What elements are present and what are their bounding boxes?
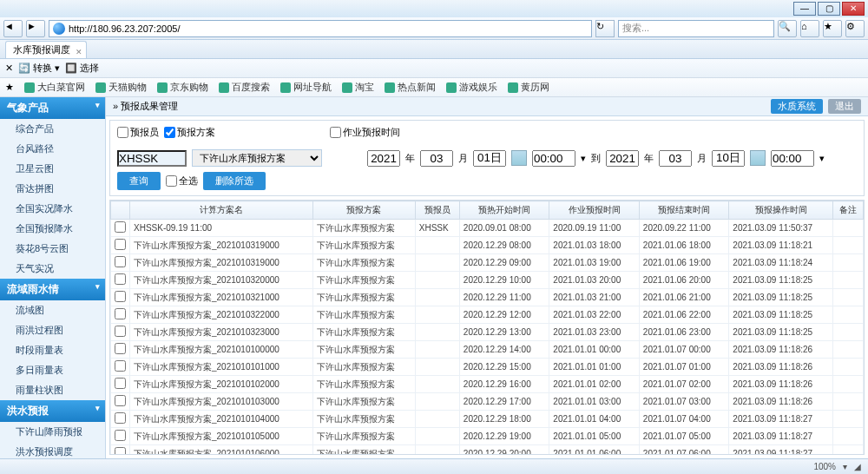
calendar-icon[interactable] bbox=[511, 150, 527, 166]
query-button[interactable]: 查询 bbox=[117, 172, 161, 190]
row-checkbox[interactable] bbox=[115, 239, 126, 250]
row-checkbox[interactable] bbox=[115, 221, 126, 233]
row-checkbox[interactable] bbox=[115, 273, 126, 285]
time-from[interactable] bbox=[532, 150, 575, 167]
table-row[interactable]: 下许山水库预报方案_2021010101000下许山水库预报方案2020.12.… bbox=[111, 359, 864, 376]
table-row[interactable]: XHSSK-09.19 11:00下许山水库预报方案XHSSK2020.09.0… bbox=[111, 220, 864, 237]
sidebar-group-header[interactable]: 流域雨水情 bbox=[0, 279, 105, 300]
row-checkbox[interactable] bbox=[115, 343, 126, 354]
bookmark-item[interactable]: 黄历网 bbox=[508, 81, 549, 94]
window-maximize[interactable]: ▢ bbox=[818, 2, 840, 16]
zoom-dropdown-icon[interactable]: ▾ bbox=[843, 462, 847, 471]
date-to-month[interactable] bbox=[659, 150, 692, 167]
bookmark-item[interactable]: 天猫购物 bbox=[95, 81, 147, 94]
table-row[interactable]: 下许山水库预报方案_2021010319000下许山水库预报方案2020.12.… bbox=[111, 254, 864, 272]
table-row[interactable]: 下许山水库预报方案_2021010100000下许山水库预报方案2020.12.… bbox=[111, 341, 864, 359]
station-select[interactable] bbox=[117, 150, 187, 167]
row-checkbox[interactable] bbox=[115, 360, 126, 372]
row-checkbox[interactable] bbox=[115, 395, 126, 406]
column-header[interactable]: 备注 bbox=[833, 201, 864, 220]
sidebar-item[interactable]: 下许山降雨预报 bbox=[0, 422, 105, 442]
time-to[interactable] bbox=[771, 150, 814, 167]
row-checkbox[interactable] bbox=[115, 256, 126, 267]
scheme-select[interactable]: 下许山水库预报方案 bbox=[192, 149, 322, 167]
column-header[interactable]: 作业预报时间 bbox=[549, 201, 640, 220]
back-button[interactable]: ◄ bbox=[3, 20, 23, 37]
results-grid[interactable]: 计算方案名预报方案预报员预热开始时间作业预报时间预报结束时间预报操作时间备注XH… bbox=[109, 200, 865, 455]
window-close[interactable]: ✕ bbox=[842, 2, 865, 16]
sidebar-item[interactable]: 洪水预报调度 bbox=[0, 442, 105, 458]
scheme-checkbox[interactable]: 预报方案 bbox=[164, 126, 215, 139]
sidebar-item[interactable]: 雷达拼图 bbox=[0, 179, 105, 199]
row-checkbox[interactable] bbox=[115, 291, 126, 302]
table-row[interactable]: 下许山水库预报方案_2021010321000下许山水库预报方案2020.12.… bbox=[111, 289, 864, 306]
row-checkbox[interactable] bbox=[115, 308, 126, 319]
sidebar-item[interactable]: 雨洪过程图 bbox=[0, 320, 105, 340]
date-from-day[interactable] bbox=[473, 150, 506, 167]
table-row[interactable]: 下许山水库预报方案_2021010104000下许山水库预报方案2020.12.… bbox=[111, 411, 864, 428]
column-header[interactable] bbox=[111, 201, 130, 220]
bookmark-item[interactable]: 网址导航 bbox=[280, 81, 332, 94]
sidebar-item[interactable]: 多日雨量表 bbox=[0, 360, 105, 380]
sidebar-item[interactable]: 流域图 bbox=[0, 300, 105, 320]
table-row[interactable]: 下许山水库预报方案_2021010106000下许山水库预报方案2020.12.… bbox=[111, 445, 864, 456]
forward-button[interactable]: ► bbox=[26, 20, 45, 37]
date-to-year[interactable] bbox=[606, 150, 639, 167]
row-checkbox[interactable] bbox=[115, 430, 126, 441]
sidebar-item[interactable]: 全国实况降水 bbox=[0, 199, 105, 219]
sidebar-item[interactable]: 天气实况 bbox=[0, 259, 105, 279]
bookmark-item[interactable]: 京东购物 bbox=[157, 81, 208, 94]
select-all-checkbox[interactable]: 全选 bbox=[166, 174, 198, 188]
home-button[interactable]: ⌂ bbox=[800, 20, 819, 37]
bookmark-item[interactable]: 百度搜索 bbox=[219, 81, 270, 94]
bookmark-item[interactable]: 游戏娱乐 bbox=[446, 81, 497, 94]
sidebar-item[interactable]: 卫星云图 bbox=[0, 159, 105, 179]
search-button[interactable]: 🔍 bbox=[778, 20, 797, 37]
sidebar-item[interactable]: 雨量柱状图 bbox=[0, 380, 105, 400]
refresh-button[interactable]: ↻ bbox=[595, 20, 615, 37]
sidebar-item[interactable]: 综合产品 bbox=[0, 119, 105, 139]
browser-tab[interactable]: 水库预报调度 ✕ bbox=[5, 41, 87, 58]
date-from-month[interactable] bbox=[420, 150, 453, 167]
table-row[interactable]: 下许山水库预报方案_2021010320000下许山水库预报方案2020.12.… bbox=[111, 272, 864, 289]
date-from-year[interactable] bbox=[367, 150, 400, 167]
window-minimize[interactable]: — bbox=[793, 2, 816, 16]
select-link[interactable]: 🔲 选择 bbox=[65, 62, 99, 75]
column-header[interactable]: 预热开始时间 bbox=[459, 201, 549, 220]
water-quality-system-button[interactable]: 水质系统 bbox=[771, 99, 823, 114]
resize-grip-icon[interactable]: ◢ bbox=[854, 462, 861, 471]
tools-button[interactable]: ⚙ bbox=[845, 20, 865, 37]
date-to-day[interactable] bbox=[712, 150, 745, 167]
search-box[interactable]: 搜索... bbox=[618, 20, 774, 37]
calendar-icon[interactable] bbox=[750, 150, 766, 166]
column-header[interactable]: 预报员 bbox=[415, 201, 459, 220]
sidebar-item[interactable]: 时段雨量表 bbox=[0, 340, 105, 360]
table-row[interactable]: 下许山水库预报方案_2021010322000下许山水库预报方案2020.12.… bbox=[111, 306, 864, 324]
forecaster-checkbox[interactable]: 预报员 bbox=[117, 126, 159, 139]
table-row[interactable]: 下许山水库预报方案_2021010102000下许山水库预报方案2020.12.… bbox=[111, 376, 864, 393]
column-header[interactable]: 预报操作时间 bbox=[729, 201, 833, 220]
forecast-time-checkbox[interactable]: 作业预报时间 bbox=[330, 126, 400, 139]
row-checkbox[interactable] bbox=[115, 447, 126, 455]
sidebar-item[interactable]: 台风路径 bbox=[0, 139, 105, 159]
bookmark-item[interactable]: 淘宝 bbox=[342, 81, 374, 94]
row-checkbox[interactable] bbox=[115, 326, 126, 337]
sidebar-item[interactable]: 葵花8号云图 bbox=[0, 239, 105, 259]
table-row[interactable]: 下许山水库预报方案_2021010323000下许山水库预报方案2020.12.… bbox=[111, 324, 864, 341]
convert-link[interactable]: 🔄 转换 ▾ bbox=[18, 62, 60, 75]
column-header[interactable]: 预报方案 bbox=[312, 201, 415, 220]
column-header[interactable]: 计算方案名 bbox=[130, 201, 313, 220]
table-row[interactable]: 下许山水库预报方案_2021010105000下许山水库预报方案2020.12.… bbox=[111, 428, 864, 445]
row-checkbox[interactable] bbox=[115, 378, 126, 389]
exit-button[interactable]: 退出 bbox=[828, 99, 861, 114]
bookmark-item[interactable]: 热点新闻 bbox=[385, 81, 436, 94]
table-row[interactable]: 下许山水库预报方案_2021010103000下许山水库预报方案2020.12.… bbox=[111, 393, 864, 411]
close-tab-icon[interactable]: ✕ bbox=[76, 44, 82, 60]
row-checkbox[interactable] bbox=[115, 412, 126, 424]
bookmark-item[interactable]: 大白菜官网 bbox=[24, 81, 85, 94]
sidebar-group-header[interactable]: 气象产品 bbox=[0, 97, 105, 119]
delete-selected-button[interactable]: 删除所选 bbox=[203, 172, 266, 190]
favorites-button[interactable]: ★ bbox=[823, 20, 842, 37]
favorites-star-icon[interactable]: ★ bbox=[5, 82, 14, 93]
sidebar-item[interactable]: 全国预报降水 bbox=[0, 219, 105, 239]
